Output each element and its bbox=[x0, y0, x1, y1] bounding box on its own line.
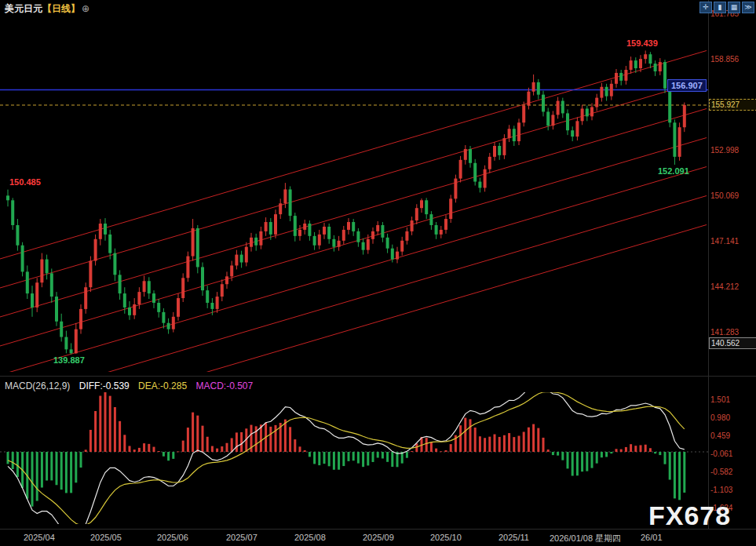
macd-bar bbox=[552, 452, 554, 455]
macd-bar bbox=[231, 438, 233, 452]
macd-bar bbox=[382, 452, 384, 458]
macd-bar bbox=[357, 452, 360, 464]
macd-bar bbox=[542, 438, 545, 452]
macd-bar bbox=[89, 430, 92, 452]
macd-bar bbox=[435, 449, 437, 452]
macd-params-label: MACD(26,12,9) bbox=[5, 380, 70, 391]
macd-bar bbox=[610, 452, 612, 453]
macd-bar bbox=[56, 452, 58, 485]
macd-bar bbox=[377, 452, 379, 457]
macd-bar bbox=[148, 444, 150, 452]
macd-axis-tick: 0.980 bbox=[710, 413, 754, 422]
macd-bar bbox=[333, 452, 335, 470]
macd-bar bbox=[386, 452, 389, 462]
macd-bar bbox=[503, 435, 506, 452]
macd-bar bbox=[206, 437, 209, 452]
macd-bar bbox=[75, 452, 77, 482]
macd-bar bbox=[430, 442, 433, 452]
macd-bar bbox=[255, 426, 257, 452]
price-annotation: 159.439 bbox=[626, 38, 658, 48]
macd-bar bbox=[513, 437, 515, 452]
macd-bar bbox=[654, 452, 656, 453]
macd-bar bbox=[269, 427, 272, 452]
chart-app: 美元日元【日线】⊕ ✛▮▦≫ MACD(26,12,9) DIFF:-0.539… bbox=[0, 0, 756, 546]
macd-bar bbox=[352, 452, 355, 460]
macd-bar bbox=[211, 446, 214, 452]
macd-bar bbox=[153, 447, 155, 452]
macd-bar bbox=[581, 452, 583, 471]
price-annotation: 139.887 bbox=[53, 355, 85, 365]
macd-bar bbox=[528, 428, 530, 452]
macd-bar bbox=[318, 452, 320, 465]
panel-divider bbox=[0, 376, 756, 377]
price-axis-tick: 158.856 bbox=[710, 55, 754, 64]
price-annotation: 150.485 bbox=[9, 177, 41, 187]
macd-title-row: MACD(26,12,9) DIFF:-0.539 DEA:-0.285 MAC… bbox=[5, 380, 253, 391]
candles-layer bbox=[6, 50, 686, 354]
macd-axis-tick: -1.103 bbox=[710, 486, 754, 494]
macd-bar bbox=[41, 452, 43, 488]
macd-bar bbox=[294, 439, 296, 452]
candlestick-icon[interactable]: ▮ bbox=[714, 2, 726, 13]
macd-bar bbox=[479, 436, 481, 452]
x-axis-label: 2025/09 bbox=[363, 533, 394, 542]
macd-bar bbox=[167, 452, 170, 460]
macd-bar bbox=[484, 438, 486, 452]
macd-bar bbox=[12, 452, 14, 469]
macd-bar bbox=[304, 450, 306, 452]
forward-icon[interactable]: ≫ bbox=[742, 2, 754, 13]
macd-bar bbox=[70, 452, 72, 493]
price-axis-divider bbox=[708, 0, 709, 529]
macd-bar bbox=[601, 452, 603, 457]
add-indicator-icon[interactable]: ⊕ bbox=[82, 3, 89, 14]
price-axis-tick: 152.998 bbox=[710, 146, 754, 155]
macd-bar bbox=[202, 426, 204, 452]
watermark: FX678 bbox=[648, 500, 731, 531]
channel-line bbox=[0, 167, 707, 376]
macd-bar bbox=[236, 432, 238, 452]
macd-bar bbox=[342, 452, 345, 466]
price-axis-tick: 150.069 bbox=[710, 191, 754, 200]
macd-bar bbox=[94, 411, 97, 452]
macd-diff-value: DIFF:-0.539 bbox=[79, 380, 130, 391]
macd-bar bbox=[123, 435, 126, 452]
macd-bar bbox=[182, 441, 184, 452]
macd-bar bbox=[99, 396, 101, 452]
macd-bar bbox=[664, 452, 667, 464]
macd-bar bbox=[226, 443, 228, 452]
macd-bar bbox=[138, 448, 141, 452]
macd-bar bbox=[625, 447, 627, 452]
macd-bar bbox=[591, 452, 593, 468]
channel-line bbox=[0, 138, 707, 347]
macd-bar bbox=[547, 450, 550, 452]
axis-divider bbox=[0, 529, 756, 530]
macd-bar bbox=[372, 452, 374, 462]
macd-bar bbox=[60, 452, 63, 490]
price-annotation: 156.907 bbox=[667, 79, 707, 92]
macd-bar bbox=[425, 438, 428, 452]
macd-bar bbox=[406, 452, 408, 458]
macd-bar bbox=[674, 452, 676, 498]
macd-bar bbox=[464, 418, 466, 452]
macd-bar bbox=[557, 452, 559, 456]
macd-bar bbox=[114, 407, 116, 452]
macd-bar bbox=[177, 451, 180, 452]
price-axis-tick: 140.562 bbox=[709, 337, 756, 349]
symbol-title: 美元日元 bbox=[5, 3, 42, 14]
macd-bar bbox=[85, 450, 87, 452]
macd-bar bbox=[313, 452, 316, 464]
macd-bar bbox=[80, 452, 82, 468]
macd-bar bbox=[289, 427, 291, 452]
chart-header: 美元日元【日线】⊕ bbox=[5, 2, 89, 15]
chart-canvas[interactable] bbox=[0, 0, 756, 546]
x-axis-label: 26/01 bbox=[641, 533, 663, 542]
macd-dea-value: DEA:-0.285 bbox=[138, 380, 187, 391]
x-axis-label: 2025/04 bbox=[24, 533, 55, 542]
macd-bar bbox=[586, 452, 588, 471]
macd-bar bbox=[216, 449, 218, 452]
macd-axis-tick: 1.501 bbox=[710, 395, 754, 404]
macd-bar bbox=[187, 428, 189, 452]
macd-bar bbox=[7, 452, 9, 464]
grid-icon[interactable]: ▦ bbox=[728, 2, 740, 13]
crosshair-icon[interactable]: ✛ bbox=[699, 2, 712, 13]
